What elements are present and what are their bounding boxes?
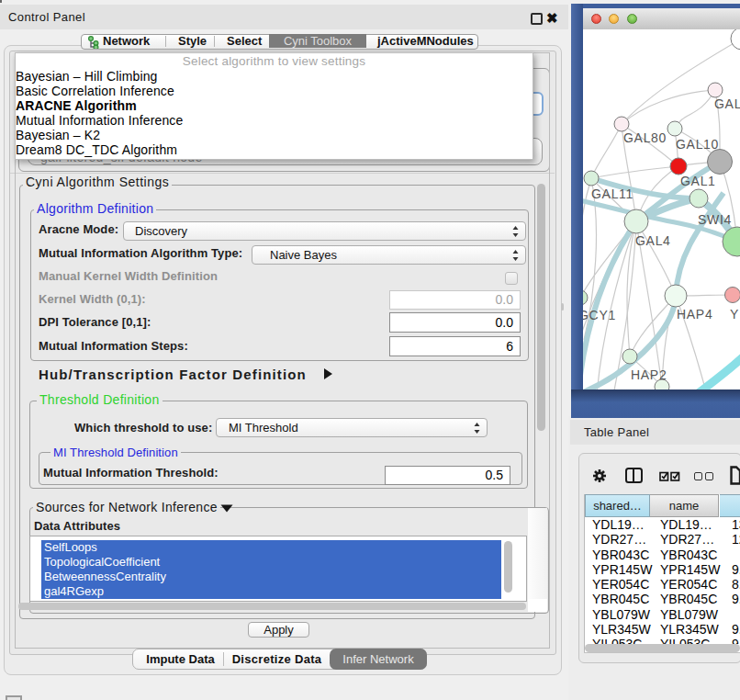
svg-text:GCY1: GCY1 — [583, 308, 616, 322]
svg-text:GAL4: GAL4 — [635, 233, 671, 248]
svg-text:GAL10: GAL10 — [676, 137, 719, 152]
svg-text:HAP2: HAP2 — [631, 367, 667, 382]
svg-text:GAL7: GAL7 — [714, 96, 740, 111]
svg-text:GAL11: GAL11 — [591, 186, 633, 201]
svg-text:GAL1: GAL1 — [680, 174, 716, 188]
svg-text:SWI4: SWI4 — [698, 212, 732, 227]
svg-text:HAP4: HAP4 — [677, 307, 712, 322]
svg-text:Y: Y — [730, 307, 739, 322]
svg-text:GAL80: GAL80 — [623, 130, 667, 145]
